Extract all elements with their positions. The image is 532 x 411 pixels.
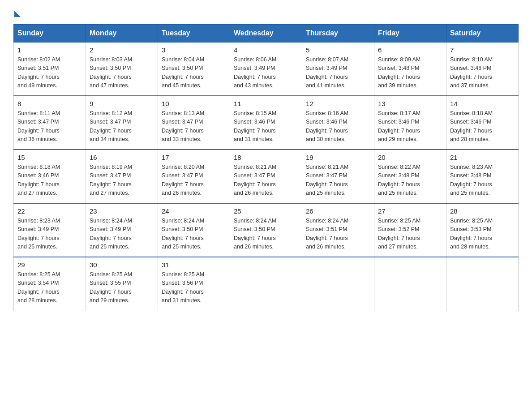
day-number: 27 xyxy=(378,207,442,215)
day-info: Sunrise: 8:15 AMSunset: 3:46 PMDaylight:… xyxy=(234,109,298,144)
calendar-cell: 3Sunrise: 8:04 AMSunset: 3:50 PMDaylight… xyxy=(158,42,230,96)
calendar-cell: 4Sunrise: 8:06 AMSunset: 3:49 PMDaylight… xyxy=(230,42,302,96)
day-info: Sunrise: 8:18 AMSunset: 3:46 PMDaylight:… xyxy=(17,163,82,198)
calendar-cell: 8Sunrise: 8:11 AMSunset: 3:47 PMDaylight… xyxy=(14,96,86,150)
calendar-cell: 21Sunrise: 8:23 AMSunset: 3:48 PMDayligh… xyxy=(446,150,519,203)
header-day-friday: Friday xyxy=(374,25,446,43)
day-info: Sunrise: 8:25 AMSunset: 3:53 PMDaylight:… xyxy=(450,217,515,252)
day-number: 7 xyxy=(450,46,515,54)
calendar-table: SundayMondayTuesdayWednesdayThursdayFrid… xyxy=(13,24,519,311)
day-number: 17 xyxy=(162,154,226,161)
logo xyxy=(13,9,21,15)
calendar-cell xyxy=(230,257,302,311)
day-info: Sunrise: 8:07 AMSunset: 3:49 PMDaylight:… xyxy=(306,56,370,90)
calendar-cell: 22Sunrise: 8:23 AMSunset: 3:49 PMDayligh… xyxy=(14,203,86,257)
day-info: Sunrise: 8:04 AMSunset: 3:50 PMDaylight:… xyxy=(162,56,226,90)
calendar-cell: 26Sunrise: 8:24 AMSunset: 3:51 PMDayligh… xyxy=(302,203,374,257)
day-number: 23 xyxy=(90,207,154,215)
calendar-cell: 5Sunrise: 8:07 AMSunset: 3:49 PMDaylight… xyxy=(302,42,374,96)
day-number: 25 xyxy=(234,207,298,215)
calendar-cell: 28Sunrise: 8:25 AMSunset: 3:53 PMDayligh… xyxy=(446,203,519,257)
day-info: Sunrise: 8:24 AMSunset: 3:50 PMDaylight:… xyxy=(234,217,298,252)
calendar-header: SundayMondayTuesdayWednesdayThursdayFrid… xyxy=(14,25,519,43)
calendar-cell: 2Sunrise: 8:03 AMSunset: 3:50 PMDaylight… xyxy=(86,42,158,96)
week-row-1: 1Sunrise: 8:02 AMSunset: 3:51 PMDaylight… xyxy=(14,42,519,96)
day-number: 31 xyxy=(162,261,226,269)
day-info: Sunrise: 8:25 AMSunset: 3:52 PMDaylight:… xyxy=(378,217,442,252)
day-number: 11 xyxy=(234,100,298,107)
day-number: 3 xyxy=(162,46,226,54)
day-info: Sunrise: 8:23 AMSunset: 3:49 PMDaylight:… xyxy=(17,217,82,252)
day-number: 13 xyxy=(378,100,442,107)
day-info: Sunrise: 8:03 AMSunset: 3:50 PMDaylight:… xyxy=(90,56,154,90)
day-number: 9 xyxy=(90,100,154,107)
day-number: 28 xyxy=(450,207,515,215)
day-number: 8 xyxy=(17,100,82,107)
week-row-2: 8Sunrise: 8:11 AMSunset: 3:47 PMDaylight… xyxy=(14,96,519,150)
day-info: Sunrise: 8:25 AMSunset: 3:55 PMDaylight:… xyxy=(90,270,154,305)
logo-top xyxy=(13,9,21,17)
day-info: Sunrise: 8:25 AMSunset: 3:56 PMDaylight:… xyxy=(162,270,226,305)
day-number: 30 xyxy=(90,261,154,269)
day-number: 1 xyxy=(17,46,82,54)
day-number: 22 xyxy=(17,207,82,215)
day-number: 24 xyxy=(162,207,226,215)
logo-triangle-icon xyxy=(14,11,21,17)
calendar-body: 1Sunrise: 8:02 AMSunset: 3:51 PMDaylight… xyxy=(14,42,519,311)
day-info: Sunrise: 8:24 AMSunset: 3:49 PMDaylight:… xyxy=(90,217,154,252)
calendar-cell: 6Sunrise: 8:09 AMSunset: 3:48 PMDaylight… xyxy=(374,42,446,96)
day-number: 29 xyxy=(17,261,82,269)
calendar-cell: 18Sunrise: 8:21 AMSunset: 3:47 PMDayligh… xyxy=(230,150,302,203)
day-info: Sunrise: 8:13 AMSunset: 3:47 PMDaylight:… xyxy=(162,109,226,144)
calendar-cell: 24Sunrise: 8:24 AMSunset: 3:50 PMDayligh… xyxy=(158,203,230,257)
day-number: 26 xyxy=(306,207,370,215)
calendar-cell: 20Sunrise: 8:22 AMSunset: 3:48 PMDayligh… xyxy=(374,150,446,203)
day-info: Sunrise: 8:12 AMSunset: 3:47 PMDaylight:… xyxy=(90,109,154,144)
day-number: 10 xyxy=(162,100,226,107)
calendar-cell: 31Sunrise: 8:25 AMSunset: 3:56 PMDayligh… xyxy=(158,257,230,311)
header-day-thursday: Thursday xyxy=(302,25,374,43)
day-info: Sunrise: 8:22 AMSunset: 3:48 PMDaylight:… xyxy=(378,163,442,198)
day-number: 19 xyxy=(306,154,370,161)
page-header xyxy=(13,9,519,15)
calendar-cell: 11Sunrise: 8:15 AMSunset: 3:46 PMDayligh… xyxy=(230,96,302,150)
header-day-sunday: Sunday xyxy=(14,25,86,43)
day-info: Sunrise: 8:09 AMSunset: 3:48 PMDaylight:… xyxy=(378,56,442,90)
day-info: Sunrise: 8:21 AMSunset: 3:47 PMDaylight:… xyxy=(306,163,370,198)
calendar-cell: 13Sunrise: 8:17 AMSunset: 3:46 PMDayligh… xyxy=(374,96,446,150)
calendar-cell: 29Sunrise: 8:25 AMSunset: 3:54 PMDayligh… xyxy=(14,257,86,311)
day-info: Sunrise: 8:17 AMSunset: 3:46 PMDaylight:… xyxy=(378,109,442,144)
calendar-cell: 10Sunrise: 8:13 AMSunset: 3:47 PMDayligh… xyxy=(158,96,230,150)
week-row-5: 29Sunrise: 8:25 AMSunset: 3:54 PMDayligh… xyxy=(14,257,519,311)
calendar-cell: 14Sunrise: 8:18 AMSunset: 3:46 PMDayligh… xyxy=(446,96,519,150)
day-info: Sunrise: 8:21 AMSunset: 3:47 PMDaylight:… xyxy=(234,163,298,198)
calendar-cell: 19Sunrise: 8:21 AMSunset: 3:47 PMDayligh… xyxy=(302,150,374,203)
calendar-cell: 1Sunrise: 8:02 AMSunset: 3:51 PMDaylight… xyxy=(14,42,86,96)
calendar-cell: 25Sunrise: 8:24 AMSunset: 3:50 PMDayligh… xyxy=(230,203,302,257)
day-info: Sunrise: 8:10 AMSunset: 3:48 PMDaylight:… xyxy=(450,56,515,90)
day-info: Sunrise: 8:06 AMSunset: 3:49 PMDaylight:… xyxy=(234,56,298,90)
calendar-cell xyxy=(302,257,374,311)
day-info: Sunrise: 8:20 AMSunset: 3:47 PMDaylight:… xyxy=(162,163,226,198)
week-row-4: 22Sunrise: 8:23 AMSunset: 3:49 PMDayligh… xyxy=(14,203,519,257)
header-day-tuesday: Tuesday xyxy=(158,25,230,43)
calendar-cell xyxy=(446,257,519,311)
day-number: 16 xyxy=(90,154,154,161)
day-number: 18 xyxy=(234,154,298,161)
calendar-cell: 9Sunrise: 8:12 AMSunset: 3:47 PMDaylight… xyxy=(86,96,158,150)
header-day-wednesday: Wednesday xyxy=(230,25,302,43)
day-info: Sunrise: 8:11 AMSunset: 3:47 PMDaylight:… xyxy=(17,109,82,144)
week-row-3: 15Sunrise: 8:18 AMSunset: 3:46 PMDayligh… xyxy=(14,150,519,203)
day-number: 14 xyxy=(450,100,515,107)
calendar-cell: 12Sunrise: 8:16 AMSunset: 3:46 PMDayligh… xyxy=(302,96,374,150)
day-info: Sunrise: 8:18 AMSunset: 3:46 PMDaylight:… xyxy=(450,109,515,144)
day-number: 5 xyxy=(306,46,370,54)
day-number: 6 xyxy=(378,46,442,54)
day-number: 2 xyxy=(90,46,154,54)
calendar-cell: 15Sunrise: 8:18 AMSunset: 3:46 PMDayligh… xyxy=(14,150,86,203)
header-day-monday: Monday xyxy=(86,25,158,43)
day-number: 4 xyxy=(234,46,298,54)
calendar-cell: 7Sunrise: 8:10 AMSunset: 3:48 PMDaylight… xyxy=(446,42,519,96)
day-number: 12 xyxy=(306,100,370,107)
day-info: Sunrise: 8:02 AMSunset: 3:51 PMDaylight:… xyxy=(17,56,82,90)
